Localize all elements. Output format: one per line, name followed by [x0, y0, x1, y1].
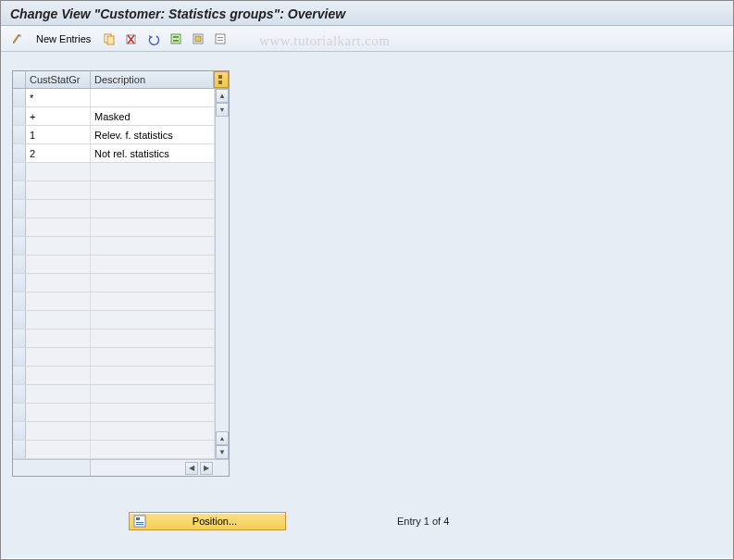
row-selector[interactable]	[13, 89, 26, 106]
cell-desc[interactable]	[91, 181, 215, 199]
cell-code[interactable]	[26, 348, 91, 366]
cell-code[interactable]	[26, 200, 91, 218]
row-selector[interactable]	[13, 200, 26, 218]
svg-rect-3	[171, 34, 180, 44]
cell-code[interactable]	[26, 404, 91, 421]
cell-code[interactable]	[26, 218, 91, 236]
row-selector[interactable]	[13, 181, 26, 199]
cell-code[interactable]: 1	[26, 126, 91, 143]
scroll-right-button[interactable]: ▶	[200, 462, 213, 475]
row-selector[interactable]	[13, 218, 26, 236]
row-selector[interactable]	[13, 311, 26, 329]
hscroll-spacer	[13, 460, 91, 476]
scroll-track[interactable]	[216, 117, 229, 431]
table-row	[13, 200, 215, 218]
column-header-custstatgr[interactable]: CustStatGr	[26, 71, 91, 88]
position-button[interactable]: Position...	[129, 512, 286, 530]
cell-desc[interactable]	[91, 200, 215, 218]
cell-desc[interactable]	[91, 422, 215, 440]
select-all-icon[interactable]	[167, 30, 185, 48]
cell-code[interactable]	[26, 422, 91, 440]
row-selector[interactable]	[13, 348, 26, 366]
deselect-all-icon[interactable]	[211, 30, 230, 48]
cell-desc[interactable]	[91, 218, 215, 236]
toggle-display-icon[interactable]	[8, 30, 27, 48]
cell-code[interactable]: +	[26, 107, 91, 125]
scroll-left-button[interactable]: ◀	[185, 462, 198, 475]
new-entries-label: New Entries	[36, 33, 91, 44]
table-settings-button[interactable]	[214, 71, 229, 88]
cell-code[interactable]	[26, 367, 91, 384]
row-selector[interactable]	[13, 163, 26, 180]
table-row	[13, 330, 215, 348]
row-selector[interactable]	[13, 107, 26, 125]
cell-desc[interactable]	[91, 404, 215, 421]
cell-desc[interactable]	[91, 89, 215, 106]
table-row	[13, 422, 215, 441]
cell-desc[interactable]: Not rel. statistics	[91, 144, 215, 162]
row-selector[interactable]	[13, 385, 26, 403]
cell-desc[interactable]	[91, 163, 215, 180]
table-row	[13, 385, 215, 404]
cell-desc[interactable]	[91, 367, 215, 384]
svg-rect-18	[136, 524, 143, 525]
vertical-scrollbar[interactable]: ▲ ▼ ▲ ▼	[215, 89, 229, 459]
cell-desc[interactable]	[91, 255, 215, 273]
svg-rect-1	[107, 36, 114, 44]
cell-desc[interactable]	[91, 385, 215, 403]
cell-desc[interactable]	[91, 237, 215, 255]
row-selector[interactable]	[13, 274, 26, 292]
hscroll-track[interactable]: ◀ ▶	[91, 460, 215, 476]
cell-code[interactable]	[26, 163, 91, 180]
row-selector[interactable]	[13, 144, 26, 162]
row-selector[interactable]	[13, 126, 26, 143]
cell-code[interactable]	[26, 441, 91, 458]
row-selector[interactable]	[13, 255, 26, 273]
row-selector[interactable]	[13, 237, 26, 255]
cell-code[interactable]	[26, 311, 91, 329]
row-selector-header[interactable]	[13, 71, 26, 88]
cell-desc[interactable]: Masked	[91, 107, 215, 125]
scroll-page-up-button[interactable]: ▼	[216, 103, 229, 117]
row-selector[interactable]	[13, 422, 26, 440]
cell-code[interactable]	[26, 385, 91, 403]
cell-desc[interactable]	[91, 292, 215, 310]
delete-icon[interactable]	[122, 30, 141, 48]
select-block-icon[interactable]	[189, 30, 207, 48]
new-entries-button[interactable]: New Entries	[31, 31, 96, 46]
svg-rect-9	[218, 37, 223, 38]
table-row	[13, 441, 215, 459]
svg-rect-7	[195, 36, 201, 42]
cell-code[interactable]: *	[26, 89, 91, 106]
cell-desc[interactable]	[91, 330, 215, 347]
scroll-up-button[interactable]: ▲	[216, 89, 229, 103]
cell-desc[interactable]: Relev. f. statistics	[91, 126, 215, 143]
cell-code[interactable]	[26, 181, 91, 199]
table-row	[13, 181, 215, 200]
cell-desc[interactable]	[91, 348, 215, 366]
row-selector[interactable]	[13, 367, 26, 384]
cell-desc[interactable]	[91, 274, 215, 292]
svg-rect-10	[218, 40, 223, 41]
scroll-page-down-button[interactable]: ▲	[216, 431, 229, 445]
cell-code[interactable]	[26, 274, 91, 292]
copy-as-icon[interactable]	[100, 30, 118, 48]
cell-code[interactable]	[26, 292, 91, 310]
svg-rect-17	[136, 522, 143, 523]
cell-code[interactable]	[26, 237, 91, 255]
cell-code[interactable]: 2	[26, 144, 91, 162]
scroll-down-button[interactable]: ▼	[216, 445, 229, 459]
row-selector[interactable]	[13, 330, 26, 347]
row-selector[interactable]	[13, 292, 26, 310]
row-selector[interactable]	[13, 441, 26, 458]
table-row: 2Not rel. statistics	[13, 144, 215, 163]
cell-desc[interactable]	[91, 441, 215, 458]
row-selector[interactable]	[13, 404, 26, 421]
cell-desc[interactable]	[91, 311, 215, 329]
cell-code[interactable]	[26, 330, 91, 347]
column-header-description[interactable]: Description	[91, 71, 214, 88]
table-row	[13, 274, 215, 292]
cell-code[interactable]	[26, 255, 91, 273]
toolbar: New Entries	[1, 26, 733, 52]
undo-icon[interactable]	[144, 30, 163, 48]
